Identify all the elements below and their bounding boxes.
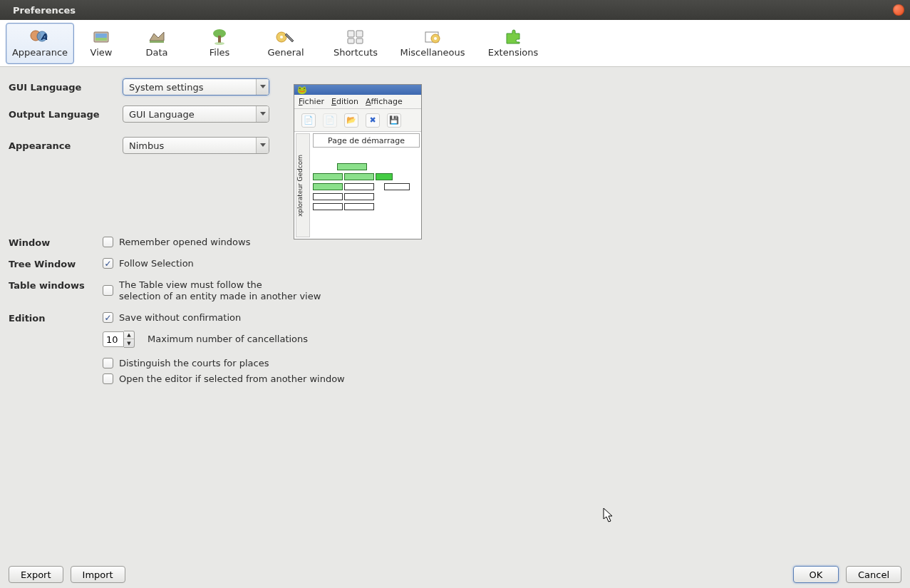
miscellaneous-icon — [422, 29, 443, 46]
max-cancellations-input[interactable] — [103, 331, 124, 347]
dropdown-arrow-icon — [256, 106, 269, 122]
tab-shortcuts[interactable]: Shortcuts — [324, 23, 388, 64]
appearance-label: Appearance — [9, 140, 123, 151]
preview-tool-icon: 📄 — [301, 113, 316, 128]
spinner-up-button[interactable]: ▲ — [124, 331, 134, 339]
preview-menu-edit: Edition — [331, 97, 358, 106]
preview-tool-icon: 📄 — [323, 113, 337, 128]
appearance-value: Nimbus — [129, 140, 164, 151]
dropdown-arrow-icon — [256, 138, 269, 153]
content-panel: GUI Language System settings Output Lang… — [0, 67, 910, 561]
tab-label: Shortcuts — [334, 47, 378, 58]
ok-button[interactable]: OK — [793, 566, 839, 583]
svg-rect-7 — [218, 36, 221, 43]
svg-point-17 — [434, 37, 437, 40]
shortcuts-icon — [345, 29, 366, 46]
import-button[interactable]: Import — [71, 566, 125, 583]
max-cancellations-label: Maximum number of cancellations — [148, 334, 308, 345]
tab-label: Appearance — [12, 47, 68, 58]
tree-window-section-label: Tree Window — [9, 258, 103, 269]
appearance-dropdown[interactable]: Nimbus — [123, 137, 269, 154]
svg-rect-14 — [356, 38, 363, 43]
svg-rect-5 — [95, 38, 107, 41]
cancel-button[interactable]: Cancel — [846, 566, 901, 583]
toolbar: A Appearance View Data — [0, 20, 910, 67]
preview-menu-view: Affichage — [366, 97, 403, 106]
preview-app-icon: 🐸 — [297, 86, 307, 95]
view-icon — [91, 29, 112, 46]
spinner-down-button[interactable]: ▼ — [124, 339, 134, 347]
tab-data[interactable]: Data — [128, 23, 185, 64]
title-bar: Preferences — [0, 0, 910, 20]
preview-menubar: Fichier Edition Affichage — [294, 95, 421, 109]
tab-label: General — [267, 47, 304, 58]
edition-section-label: Edition — [9, 312, 103, 324]
mouse-cursor-icon — [603, 507, 614, 523]
preview-tool-icon: ✖ — [366, 113, 380, 128]
data-icon — [146, 29, 167, 46]
preview-toolbar: 📄 📄 📂 ✖ 💾 — [294, 109, 421, 132]
max-cancellations-spinner[interactable]: ▲ ▼ — [103, 331, 135, 348]
follow-selection-checkbox[interactable] — [103, 258, 113, 269]
svg-point-8 — [214, 42, 224, 45]
gui-language-dropdown[interactable]: System settings — [123, 78, 269, 96]
distinguish-courts-checkbox[interactable] — [103, 358, 113, 368]
open-editor-checkbox[interactable] — [103, 373, 113, 384]
svg-rect-13 — [348, 38, 354, 43]
svg-rect-11 — [348, 31, 354, 37]
window-title: Preferences — [13, 5, 76, 16]
tab-label: Files — [210, 47, 230, 58]
table-follow-text: The Table view must follow the selection… — [119, 279, 321, 302]
tab-label: Extensions — [488, 47, 539, 58]
preview-sidebar: xplorateur Gedcom — [296, 133, 310, 237]
tab-files[interactable]: Files — [191, 23, 248, 64]
open-editor-text: Open the editor if selected from another… — [119, 373, 345, 385]
svg-point-10 — [280, 36, 283, 38]
tab-label: Miscellaneous — [400, 47, 465, 58]
general-icon — [275, 29, 296, 46]
remember-windows-text: Remember opened windows — [119, 237, 250, 248]
preview-tab: Page de démarrage — [313, 133, 420, 148]
output-language-dropdown[interactable]: GUI Language — [123, 105, 269, 123]
tab-appearance[interactable]: A Appearance — [6, 23, 74, 64]
table-windows-section-label: Table windows — [9, 279, 103, 291]
remember-windows-checkbox[interactable] — [103, 237, 113, 247]
extensions-icon — [502, 29, 524, 46]
preview-tool-icon: 💾 — [387, 113, 401, 128]
tab-label: Data — [145, 47, 167, 58]
table-follow-checkbox[interactable] — [103, 285, 113, 296]
preview-tool-icon: 📂 — [344, 113, 358, 128]
theme-preview: 🐸 Fichier Edition Affichage 📄 📄 📂 ✖ 💾 xp… — [294, 84, 422, 239]
close-button[interactable] — [893, 4, 904, 16]
output-language-label: Output Language — [9, 109, 123, 120]
preview-chart — [313, 149, 420, 237]
output-language-value: GUI Language — [129, 109, 195, 120]
save-without-confirm-text: Save without confirmation — [119, 312, 241, 324]
tab-view[interactable]: View — [80, 23, 123, 64]
tab-label: View — [91, 47, 113, 58]
dropdown-arrow-icon — [256, 79, 269, 95]
export-button[interactable]: Export — [9, 566, 63, 583]
tab-general[interactable]: General — [254, 23, 318, 64]
files-icon — [209, 29, 230, 46]
gui-language-value: System settings — [129, 82, 203, 93]
footer: Export Import OK Cancel — [0, 561, 910, 588]
tab-extensions[interactable]: Extensions — [477, 23, 549, 64]
tab-miscellaneous[interactable]: Miscellaneous — [393, 23, 472, 64]
svg-text:A: A — [41, 32, 48, 42]
window-section-label: Window — [9, 237, 103, 248]
distinguish-courts-text: Distinguish the courts for places — [119, 358, 269, 369]
follow-selection-text: Follow Selection — [119, 258, 194, 269]
appearance-icon: A — [29, 29, 51, 46]
svg-rect-12 — [356, 31, 363, 37]
save-without-confirm-checkbox[interactable] — [103, 312, 113, 323]
preview-menu-file: Fichier — [299, 97, 324, 106]
gui-language-label: GUI Language — [9, 82, 123, 93]
